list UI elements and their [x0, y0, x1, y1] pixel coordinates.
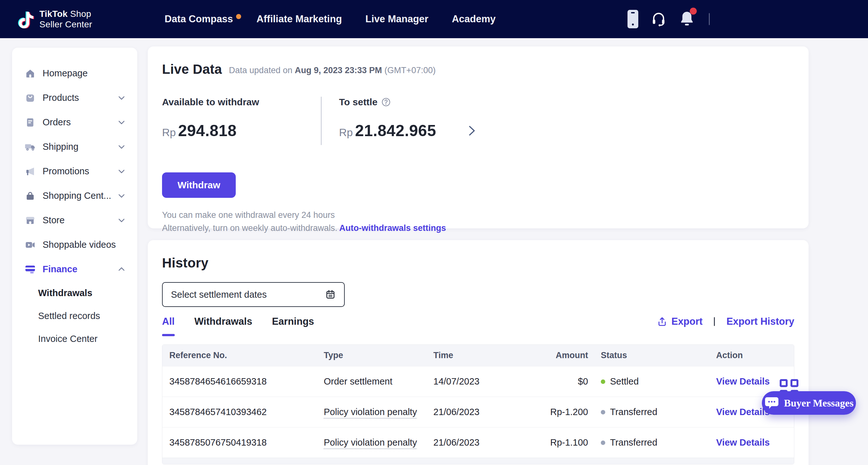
reference-no: 3458784654616659318: [162, 376, 324, 387]
history-title: History: [162, 255, 794, 271]
sidebar-item-promotions[interactable]: Promotions: [12, 159, 137, 183]
time-cell: 21/06/2023: [433, 407, 544, 417]
sidebar-item-products[interactable]: Products: [12, 86, 137, 110]
sidebar-item-finance[interactable]: Finance: [12, 257, 137, 282]
notification-badge: [690, 8, 697, 14]
data-updated-text: Data updated on Aug 9, 2023 23:33 PM (GM…: [229, 65, 436, 77]
history-table: Reference No. Type Time Amount Status Ac…: [162, 345, 794, 464]
nav-item-live-manager[interactable]: Live Manager: [365, 13, 428, 25]
status-dot: [601, 440, 605, 445]
chevron-up-icon: [117, 265, 126, 273]
sidebar-subitem-settled-records[interactable]: Settled records: [12, 304, 137, 327]
shopping-bag-icon: [25, 92, 36, 104]
reference-no: 3458784657410393462: [162, 407, 324, 417]
export-history-button[interactable]: Export History: [726, 316, 794, 327]
chevron-down-icon: [117, 167, 126, 176]
support-headset-icon[interactable]: [650, 11, 667, 27]
video-camera-icon: [25, 239, 36, 250]
table-row: 3458784654616659318 Order settlement 14/…: [162, 366, 794, 397]
type-cell: Order settlement: [324, 376, 433, 387]
navbar-divider: [709, 13, 710, 25]
amount-cell: Rp-1.200: [544, 407, 588, 417]
navbar-icons: [627, 0, 710, 38]
table-row: 3458784657410393462 Policy violation pen…: [162, 397, 794, 427]
tiktok-shop-logo[interactable]: TikTok Shop Seller Center: [18, 8, 92, 30]
calendar-icon: [325, 289, 336, 300]
reference-no: 3458785076750419318: [162, 437, 324, 448]
sidebar-item-orders[interactable]: Orders: [12, 110, 137, 135]
tiktok-note-icon: [18, 10, 34, 28]
sidebar-item-shipping[interactable]: Shipping: [12, 135, 137, 159]
sidebar: Homepage Products Orders Shipping Promot…: [12, 48, 137, 445]
chevron-down-icon: [117, 192, 126, 200]
status-cell: Settled: [588, 376, 716, 387]
logo-wordmark: TikTok Shop Seller Center: [39, 8, 92, 30]
home-icon: [25, 68, 36, 79]
mobile-app-icon[interactable]: [627, 10, 638, 28]
tab-earnings[interactable]: Earnings: [272, 316, 314, 336]
truck-icon: [25, 142, 36, 152]
amount-cell: $0: [544, 376, 588, 387]
export-icon: [657, 316, 668, 327]
sidebar-item-homepage[interactable]: Homepage: [12, 61, 137, 86]
withdraw-button[interactable]: Withdraw: [162, 172, 236, 198]
sidebar-subitem-withdrawals[interactable]: Withdrawals: [12, 282, 137, 304]
type-cell[interactable]: Policy violation penalty: [324, 437, 433, 448]
chat-bubble-icon: [765, 396, 779, 410]
view-details-link[interactable]: View Details: [716, 437, 794, 448]
handbag-icon: [25, 191, 36, 201]
nav-item-academy[interactable]: Academy: [452, 13, 496, 25]
table-header-row: Reference No. Type Time Amount Status Ac…: [162, 345, 794, 366]
time-cell: 21/06/2023: [433, 437, 544, 448]
buyer-messages-button[interactable]: Buyer Messages: [762, 391, 856, 415]
time-cell: 14/07/2023: [433, 376, 544, 387]
status-dot: [601, 379, 605, 384]
settlement-dates-input[interactable]: Select settlement dates: [162, 282, 345, 307]
live-data-title: Live Data: [162, 62, 222, 77]
to-settle-details-arrow-icon[interactable]: [465, 124, 478, 137]
chevron-down-icon: [117, 143, 126, 151]
help-icon[interactable]: [381, 97, 391, 107]
tab-all[interactable]: All: [162, 316, 175, 336]
type-cell[interactable]: Policy violation penalty: [324, 407, 433, 417]
storefront-icon: [25, 215, 36, 226]
document-icon: [25, 117, 36, 128]
available-to-withdraw-label: Available to withdraw: [162, 97, 321, 108]
tab-withdrawals[interactable]: Withdrawals: [194, 316, 252, 336]
nav-item-data-compass[interactable]: Data Compass: [164, 13, 233, 25]
to-settle-label: To settle: [339, 97, 478, 108]
chevron-down-icon: [117, 118, 126, 126]
date-placeholder: Select settlement dates: [171, 289, 267, 300]
megaphone-icon: [25, 166, 36, 177]
available-amount: Rp294.818: [162, 121, 321, 140]
chevron-down-icon: [117, 216, 126, 225]
to-settle-amount: Rp21.842.965: [339, 121, 478, 140]
export-divider: [714, 317, 715, 326]
chevron-down-icon: [117, 93, 126, 102]
history-card: History Select settlement dates All With…: [148, 240, 809, 465]
nav-item-affiliate-marketing[interactable]: Affiliate Marketing: [256, 13, 342, 25]
export-button[interactable]: Export: [657, 316, 703, 327]
sidebar-item-shoppable-videos[interactable]: Shoppable videos: [12, 233, 137, 257]
withdrawal-notes: You can make one withdrawal every 24 hou…: [162, 209, 794, 235]
table-row: 3458785076750419318 Policy violation pen…: [162, 427, 794, 458]
live-data-card: Live Data Data updated on Aug 9, 2023 23…: [148, 47, 809, 228]
notifications-bell-icon[interactable]: [679, 10, 695, 28]
sidebar-item-shopping-center[interactable]: Shopping Cent...: [12, 183, 137, 208]
next-row-partial: [162, 458, 794, 464]
auto-withdrawals-settings-link[interactable]: Auto-withdrawals settings: [339, 223, 446, 233]
status-cell: Transferred: [588, 437, 716, 448]
history-tabs-row: All Withdrawals Earnings Export Export H…: [162, 316, 794, 336]
credit-card-icon: [25, 264, 36, 275]
top-navigation-menu: Data Compass Affiliate Marketing Live Ma…: [164, 0, 496, 38]
amount-cell: Rp-1.100: [544, 437, 588, 448]
top-navbar: TikTok Shop Seller Center Data Compass A…: [0, 0, 868, 38]
notification-dot: [236, 14, 241, 19]
status-dot: [601, 410, 605, 414]
status-cell: Transferred: [588, 407, 716, 417]
sidebar-item-store[interactable]: Store: [12, 208, 137, 233]
sidebar-subitem-invoice-center[interactable]: Invoice Center: [12, 327, 137, 350]
